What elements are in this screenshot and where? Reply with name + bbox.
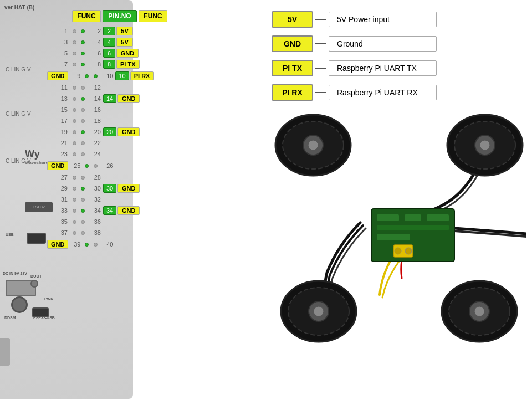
pin-row-15-16: 15 16 [47, 104, 167, 115]
legend-pirx: PI RX Raspberry Pi UART RX [272, 84, 526, 101]
pin-row-19-20: 19 20 20 GND [47, 126, 167, 137]
pin-num-22: 22 [88, 140, 102, 146]
func-header-left: FUNC [72, 10, 101, 22]
dot-36 [81, 220, 85, 224]
pin-20-label: GND [117, 127, 140, 136]
dot-39 [85, 243, 89, 247]
pwr-label: PWR [44, 297, 53, 301]
dot-17 [73, 119, 76, 123]
pin-row-3-4: 3 4 4 5V [47, 37, 167, 48]
pin-num-9-left: 9 [70, 73, 81, 79]
pin-num-27: 27 [47, 174, 69, 181]
pin-row-29-30: 29 30 30 GND [47, 183, 167, 194]
pin-num-1-left: 1 [47, 28, 69, 34]
pin-14-badge: 14 [103, 94, 116, 103]
robot-svg [272, 112, 526, 350]
legend-line-5v [315, 19, 326, 20]
dot-40 [94, 243, 98, 247]
pin-row-21-22: 21 22 [47, 137, 167, 148]
pin-34-label: GND [117, 206, 140, 215]
pin-num-29: 29 [47, 185, 69, 192]
svg-rect-3 [427, 214, 449, 221]
pin-header-row: FUNC PIN.NO FUNC [72, 10, 167, 22]
dot-31 [73, 198, 76, 202]
board-label-cling2: C LIN G V [6, 111, 31, 117]
pin-8-label: PI TX [116, 60, 140, 69]
pin-20-badge: 20 [103, 127, 116, 136]
dot-38 [81, 231, 85, 235]
pin-10-label: PI RX [130, 71, 154, 80]
dot-8 [81, 63, 85, 66]
dot-19 [73, 130, 76, 134]
svg-point-8 [405, 248, 412, 254]
dot-34 [81, 209, 85, 213]
legend-desc-pitx: Raspberry Pi UART TX [329, 60, 437, 76]
circular-connector [11, 296, 28, 313]
dot-30 [81, 187, 85, 191]
legend-gnd: GND Ground [272, 35, 526, 52]
ddsm-label: DDSM [4, 316, 16, 320]
dot-16 [81, 108, 85, 112]
gnd-25-label-left: GND [47, 161, 68, 170]
legend-badge-pirx: PI RX [272, 84, 313, 101]
pin-num-19: 19 [47, 129, 69, 135]
pin-row-35-36: 35 36 [47, 216, 167, 227]
pin-row-33-34: 33 34 34 GND [47, 205, 167, 216]
dot-5 [73, 52, 76, 55]
pin-30-badge: 30 [103, 184, 116, 193]
pin-num-16: 16 [88, 106, 102, 113]
pin-row-31-32: 31 32 [47, 194, 167, 205]
pin-num-5-left: 5 [47, 50, 69, 57]
pin-num-26: 26 [100, 162, 114, 169]
svg-point-17 [480, 140, 490, 150]
legend-pitx: PI TX Raspberry Pi UART TX [272, 60, 526, 76]
pin-6-label: GND [116, 49, 139, 58]
pin-row-37-38: 37 38 [47, 227, 167, 238]
pin-num-6: 6 [88, 50, 102, 57]
pin-num-2: 2 [88, 28, 102, 34]
dot-3 [73, 40, 76, 44]
func-header-right: FUNC [139, 10, 167, 22]
pin-8-badge: 8 [103, 60, 115, 69]
pin-num-40: 40 [100, 241, 114, 248]
legend-badge-5v: 5V [272, 11, 313, 28]
pin-num-3-left: 3 [47, 39, 69, 45]
pin-num-14: 14 [88, 95, 102, 102]
legend-desc-pirx: Raspberry Pi UART RX [329, 85, 437, 100]
pin-num-25-left: 25 [70, 162, 81, 169]
svg-rect-1 [377, 214, 399, 221]
pin-34-badge: 34 [103, 206, 116, 215]
pin-num-15: 15 [47, 106, 69, 113]
pin-4-label: 5V [116, 38, 133, 47]
pin-10-badge: 10 [115, 71, 129, 80]
pin-num-13: 13 [47, 95, 69, 102]
dot-9 [85, 74, 89, 78]
board-label-hat: ver HAT (B) [4, 4, 34, 11]
boot-label: BOOT [30, 274, 42, 278]
usb-port [27, 233, 46, 244]
pin-num-24: 24 [88, 151, 102, 157]
pin-row-11-12: 11 12 [47, 82, 167, 93]
dot-23 [73, 152, 76, 156]
pin-num-36: 36 [88, 218, 102, 225]
pin-2-label: 5V [116, 27, 133, 35]
legend-badge-gnd: GND [272, 35, 313, 52]
dc-in-label: DC IN 9V-28V [3, 271, 27, 275]
pin-row-17-18: 17 18 [47, 115, 167, 126]
legend-desc-gnd: Ground [329, 36, 437, 52]
pin-num-8: 8 [88, 61, 102, 68]
pin-row-25-26: GND 25 26 [47, 160, 167, 172]
dot-37 [73, 231, 76, 235]
pin-num-17: 17 [47, 117, 69, 124]
pinno-header: PIN.NO [103, 10, 137, 22]
pin-6-badge: 6 [103, 49, 115, 58]
pin-num-4: 4 [88, 39, 102, 45]
pin-row-39-40: GND 39 40 [47, 238, 167, 250]
legend-line-pirx [315, 92, 326, 93]
legend-5v: 5V 5V Power input [272, 11, 526, 28]
svg-point-25 [474, 306, 484, 316]
legend-section: 5V 5V Power input GND Ground PI TX Raspb… [272, 11, 526, 101]
svg-rect-2 [405, 214, 421, 221]
pin-row-1-2: 1 2 2 5V [47, 25, 167, 37]
pin-row-9-10: GND 9 10 10 PI RX [47, 70, 167, 82]
